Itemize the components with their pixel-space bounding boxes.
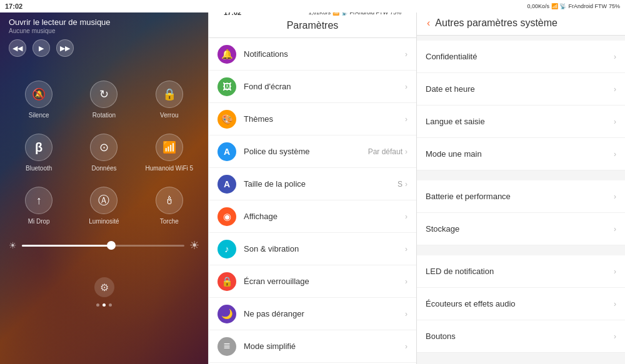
bluetooth-label: Bluetooth [26, 165, 52, 172]
police-label: Police du système [244, 147, 368, 156]
settings-taille-police[interactable]: A Taille de la police S › [209, 168, 416, 200]
midrop-label: Mi Drop [28, 218, 50, 225]
torche-icon: 🕯 [156, 187, 183, 214]
autres-params-list: Confidentialité › Date et heure › Langue… [417, 36, 625, 364]
settings-affichage[interactable]: ◉ Affichage › [209, 200, 416, 233]
quick-rotation[interactable]: ↻ Rotation [71, 73, 136, 126]
settings-police-systeme[interactable]: A Police du système Par défaut › [209, 135, 416, 168]
play-button[interactable]: ▶ [32, 39, 50, 57]
police-value: Par défaut [368, 147, 402, 156]
brightness-bar[interactable]: ☀ ☀ [0, 232, 208, 258]
taille-police-label: Taille de la police [244, 179, 398, 189]
torche-label: Torche [160, 218, 179, 225]
batt-3: 75% [609, 3, 620, 9]
gear-icon[interactable]: ⚙ [94, 277, 114, 297]
back-button[interactable]: ‹ [427, 17, 430, 29]
fond-ecran-icon: 🖼 [218, 77, 236, 96]
brightness-min-icon: ☀ [9, 240, 17, 250]
next-button[interactable]: ▶▶ [56, 39, 74, 57]
item-batterie[interactable]: Batterie et performance › [417, 180, 625, 213]
quick-luminosite[interactable]: Ⓐ Luminosité [71, 179, 136, 232]
item-stockage[interactable]: Stockage › [417, 213, 625, 245]
brightness-thumb[interactable] [107, 241, 116, 250]
item-langue-saisie[interactable]: Langue et saisie › [417, 106, 625, 138]
mode-simplifie-arrow: › [405, 342, 408, 351]
ecouteurs-label: Écouteurs et effets audio [426, 299, 614, 308]
donnees-icon: ⊙ [90, 134, 118, 161]
quick-midrop[interactable]: ↑ Mi Drop [6, 179, 71, 232]
notifications-icon: 🔔 [218, 45, 236, 64]
autres-params-panel: 17:02 0,00Ko/s 📶 📡 FrAndroid FTW 75% ‹ A… [417, 0, 625, 364]
boutons-arrow: › [614, 332, 616, 341]
rotation-label: Rotation [92, 112, 116, 119]
stockage-label: Stockage [426, 224, 614, 234]
item-confidentialite[interactable]: Confidentialité › [417, 41, 625, 73]
son-vibration-arrow: › [405, 245, 408, 253]
dot-2 [102, 303, 106, 307]
themes-label: Thèmes [244, 114, 405, 124]
settings-notifications[interactable]: 🔔 Notifications › [209, 38, 416, 71]
music-controls: ◀◀ ▶ ▶▶ [9, 39, 199, 57]
settings-shortcut[interactable]: ⚙ [0, 277, 208, 297]
brightness-track[interactable] [22, 245, 184, 247]
quick-bluetooth[interactable]: β Bluetooth [6, 126, 71, 179]
brightness-max-icon: ☀ [189, 239, 199, 252]
affichage-arrow: › [405, 212, 408, 221]
led-label: LED de notification [426, 267, 614, 276]
settings-mode-simplifie[interactable]: ≡ Mode simplifié › [209, 330, 416, 363]
rotation-icon: ↻ [90, 81, 118, 108]
item-date-heure[interactable]: Date et heure › [417, 73, 625, 106]
autres-params-header: 17:02 0,00Ko/s 📶 📡 FrAndroid FTW 75% ‹ A… [417, 0, 625, 36]
music-subtitle: Aucune musique [9, 27, 199, 34]
settings-ne-pas-deranger[interactable]: 🌙 Ne pas déranger › [209, 298, 416, 330]
section-gap-2 [417, 245, 625, 250]
quick-wifi[interactable]: 📶 Humanoid WiFi 5 [137, 126, 202, 179]
quick-torche[interactable]: 🕯 Torche [137, 179, 202, 232]
item-led[interactable]: LED de notification › [417, 255, 625, 288]
item-ecouteurs[interactable]: Écouteurs et effets audio › [417, 288, 625, 320]
taille-police-value: S [398, 180, 402, 189]
quick-donnees[interactable]: ⊙ Données [71, 126, 136, 179]
settings-fond-ecran[interactable]: 🖼 Fond d'écran › [209, 71, 416, 103]
settings-panel: 17:02 1,61Ko/s 📶 📡 FrAndroid FTW 75% Par… [208, 0, 417, 364]
device-3: FrAndroid FTW [568, 3, 607, 9]
bluetooth-icon: β [25, 134, 52, 161]
taille-police-icon: A [218, 175, 236, 194]
boutons-label: Boutons [426, 332, 614, 341]
wifi-label: Humanoid WiFi 5 [145, 165, 193, 172]
section-3: LED de notification › Écouteurs et effet… [417, 255, 625, 353]
quick-silence[interactable]: 🔕 Silence [6, 73, 71, 126]
notifications-label: Notifications [244, 49, 405, 59]
midrop-icon: ↑ [25, 187, 52, 214]
icons-3: 📶 📡 [551, 3, 567, 9]
prev-button[interactable]: ◀◀ [9, 39, 26, 57]
led-arrow: › [614, 267, 616, 276]
settings-ecran-verrouillage[interactable]: 🔒 Écran verrouillage › [209, 265, 416, 298]
item-boutons[interactable]: Boutons › [417, 320, 625, 353]
item-mode-une-main[interactable]: Mode une main › [417, 138, 625, 170]
date-heure-label: Date et heure [426, 84, 614, 94]
speed-3: 0,00Ko/s [527, 3, 549, 9]
fond-ecran-arrow: › [405, 82, 408, 91]
settings-son-vibration[interactable]: ♪ Son & vibration › [209, 233, 416, 265]
batterie-arrow: › [614, 192, 616, 201]
section-gap-1 [417, 170, 625, 175]
section-1: Confidentialité › Date et heure › Langue… [417, 41, 625, 170]
batterie-label: Batterie et performance [426, 192, 614, 201]
police-arrow: › [405, 147, 408, 156]
quick-verrou[interactable]: 🔒 Verrou [137, 73, 202, 126]
donnees-label: Données [91, 165, 116, 172]
settings-list: 🔔 Notifications › 🖼 Fond d'écran › 🎨 Thè… [209, 38, 416, 364]
ne-pas-deranger-label: Ne pas déranger [244, 309, 405, 318]
ne-pas-deranger-icon: 🌙 [218, 305, 236, 323]
confidentialite-arrow: › [614, 52, 616, 61]
settings-themes[interactable]: 🎨 Thèmes › [209, 103, 416, 135]
section-2: Batterie et performance › Stockage › [417, 180, 625, 245]
themes-icon: 🎨 [218, 110, 236, 129]
silence-icon: 🔕 [25, 81, 52, 108]
lock-screen-panel: 17:02 1,37Ko/s 📶 📡 FrAndroid FTW 75% Ouv… [0, 0, 208, 364]
music-title: Ouvrir le lecteur de musique [9, 17, 199, 27]
themes-arrow: › [405, 115, 408, 124]
dot-3 [109, 303, 112, 307]
settings-title: Paramètres [287, 20, 339, 31]
